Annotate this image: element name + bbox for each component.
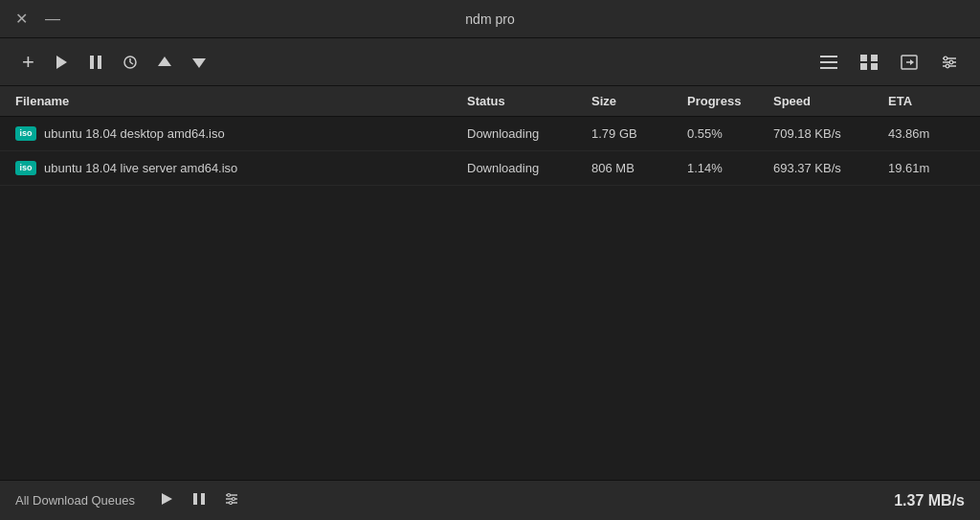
move-up-button[interactable] (150, 49, 179, 76)
filename-text: ubuntu 18.04 desktop amd64.iso (44, 126, 225, 141)
export-button[interactable] (894, 49, 924, 76)
col-progress: Progress (687, 94, 773, 108)
statusbar-left: All Download Queues (15, 488, 894, 512)
col-filename: Filename (15, 94, 467, 108)
list-view-button[interactable] (813, 49, 844, 76)
settings-icon (941, 55, 958, 70)
statusbar-settings-button[interactable] (219, 488, 244, 512)
filename-cell: iso ubuntu 18.04 live server amd64.iso (15, 161, 467, 175)
close-button[interactable]: ✕ (11, 10, 32, 29)
app-title: ndm pro (465, 11, 514, 27)
total-speed: 1.37 MB/s (894, 492, 965, 509)
sb-play-icon (160, 492, 173, 506)
eta-text: 19.61m (888, 161, 965, 175)
status-text: Downloading (467, 126, 591, 141)
status-text: Downloading (467, 161, 591, 175)
speed-text: 709.18 KB/s (773, 126, 888, 141)
settings-button[interactable] (934, 49, 965, 76)
pause-icon (88, 55, 103, 70)
schedule-icon (122, 55, 138, 70)
play-button[interactable] (47, 49, 76, 76)
svg-rect-12 (871, 55, 878, 61)
list-view-icon (820, 55, 837, 70)
svg-marker-6 (158, 57, 171, 66)
svg-point-23 (946, 64, 949, 68)
pause-button[interactable] (81, 49, 110, 76)
svg-point-21 (944, 57, 947, 60)
table-row[interactable]: iso ubuntu 18.04 desktop amd64.iso Downl… (0, 117, 980, 151)
size-text: 806 MB (591, 161, 687, 175)
svg-marker-17 (910, 59, 914, 65)
svg-marker-0 (56, 56, 67, 69)
play-icon (54, 55, 69, 70)
statusbar: All Download Queues (0, 480, 980, 520)
move-down-icon (191, 55, 207, 70)
statusbar-play-button[interactable] (154, 488, 179, 512)
sb-pause-icon (192, 492, 206, 506)
svg-rect-9 (820, 61, 837, 63)
minimize-button[interactable]: — (41, 10, 64, 29)
svg-rect-1 (90, 56, 94, 69)
col-status: Status (467, 94, 591, 108)
svg-rect-26 (201, 493, 205, 505)
speed-text: 693.37 KB/s (773, 161, 888, 175)
titlebar: ✕ — ndm pro (0, 0, 980, 38)
svg-marker-24 (162, 493, 172, 505)
svg-point-31 (233, 498, 235, 501)
grid-view-button[interactable] (854, 49, 884, 76)
toolbar: + (0, 38, 980, 86)
svg-rect-10 (820, 67, 837, 69)
svg-line-5 (130, 62, 133, 64)
svg-point-32 (230, 502, 233, 505)
table-header: Filename Status Size Progress Speed ETA (0, 86, 980, 117)
schedule-button[interactable] (116, 49, 145, 76)
grid-view-icon (860, 55, 878, 70)
progress-text: 1.14% (687, 161, 773, 175)
iso-badge: iso (15, 126, 36, 141)
filename-text: ubuntu 18.04 live server amd64.iso (44, 161, 237, 175)
titlebar-controls: ✕ — (11, 10, 64, 29)
svg-rect-8 (820, 56, 837, 57)
svg-rect-13 (860, 63, 867, 70)
svg-point-30 (228, 494, 231, 497)
statusbar-pause-button[interactable] (187, 488, 212, 512)
toolbar-left: + (15, 46, 813, 79)
add-button[interactable]: + (15, 46, 41, 79)
export-icon (901, 55, 918, 70)
iso-badge: iso (15, 161, 36, 175)
size-text: 1.79 GB (591, 126, 687, 141)
col-speed: Speed (773, 94, 888, 108)
svg-rect-2 (98, 56, 101, 69)
col-size: Size (591, 94, 687, 108)
svg-rect-25 (193, 493, 197, 505)
statusbar-controls (154, 488, 244, 512)
queue-label: All Download Queues (15, 493, 135, 508)
eta-text: 43.86m (888, 126, 965, 141)
toolbar-right (813, 49, 965, 76)
sb-settings-icon (225, 492, 238, 506)
table-row[interactable]: iso ubuntu 18.04 live server amd64.iso D… (0, 151, 980, 186)
move-up-icon (157, 55, 172, 70)
svg-rect-14 (871, 63, 878, 70)
svg-rect-11 (860, 55, 867, 61)
filename-cell: iso ubuntu 18.04 desktop amd64.iso (15, 126, 467, 141)
move-down-button[interactable] (185, 49, 213, 76)
download-table: Filename Status Size Progress Speed ETA … (0, 86, 980, 480)
svg-point-22 (949, 60, 953, 64)
progress-text: 0.55% (687, 126, 773, 141)
svg-marker-7 (192, 58, 206, 68)
col-eta: ETA (888, 94, 965, 108)
